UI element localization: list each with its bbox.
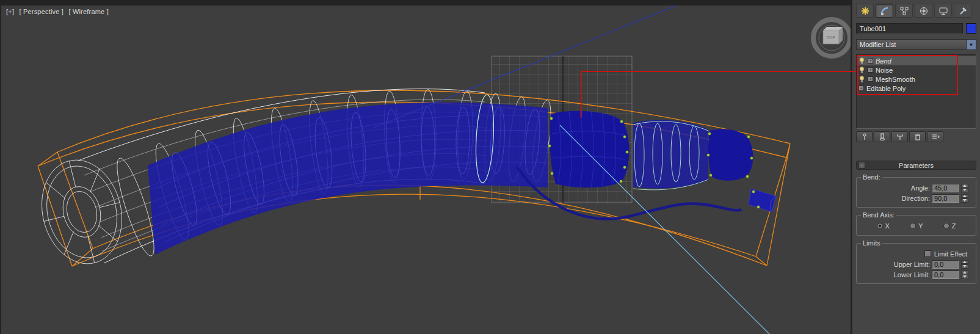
stack-item-noise[interactable]: + Noise xyxy=(857,65,976,74)
expand-box-icon[interactable]: + xyxy=(868,58,873,64)
spinner-up-icon[interactable] xyxy=(961,184,968,188)
modifier-list-label: Modifier List xyxy=(857,40,966,49)
radio-icon[interactable] xyxy=(877,223,883,229)
show-end-result-button[interactable] xyxy=(874,131,890,142)
spinner-up-icon[interactable] xyxy=(961,270,968,275)
display-icon xyxy=(938,6,948,16)
annotation-connector xyxy=(851,71,856,72)
direction-label: Direction: xyxy=(902,195,930,202)
bend-axis-group-label: Bend Axis: xyxy=(861,211,896,219)
lower-limit-field[interactable]: 0,0 xyxy=(932,270,959,279)
expand-box-icon[interactable]: + xyxy=(868,67,873,73)
tab-motion[interactable] xyxy=(915,4,932,18)
spinner-up-icon[interactable] xyxy=(961,260,968,264)
stack-item-meshsmooth[interactable]: + MeshSmooth xyxy=(857,74,976,84)
upper-limit-spinner[interactable] xyxy=(961,260,968,269)
stack-toolbar xyxy=(856,131,976,142)
viewport-label: [+] [ Perspective ] [ Wireframe ] xyxy=(6,8,112,15)
tab-hierarchy[interactable] xyxy=(895,4,913,18)
tab-display[interactable] xyxy=(934,4,952,18)
parameters-rollout-header[interactable]: - Parameters xyxy=(856,161,976,170)
pin-stack-icon xyxy=(860,133,869,140)
upper-limit-field[interactable]: 0,0 xyxy=(932,260,959,269)
stack-item-bend[interactable]: + Bend xyxy=(857,56,976,65)
lightbulb-icon[interactable] xyxy=(858,57,865,65)
command-panel: Tube001 Modifier List ▼ + Bend + Noise +… xyxy=(852,0,980,334)
create-icon xyxy=(860,6,870,16)
expand-box-icon[interactable]: + xyxy=(868,76,873,82)
tab-create[interactable] xyxy=(856,4,874,18)
spinner-down-icon[interactable] xyxy=(961,198,968,203)
viewport-canvas[interactable]: [+] [ Perspective ] [ Wireframe ] xyxy=(1,5,851,334)
axis-z-radio[interactable]: Z xyxy=(943,222,956,230)
lightbulb-icon[interactable] xyxy=(858,67,865,74)
direction-spinner[interactable] xyxy=(961,194,968,203)
expand-box-icon[interactable]: + xyxy=(858,85,864,91)
modifier-stack: + Bend + Noise + MeshSmooth + Editable P… xyxy=(856,54,976,129)
axis-y-radio[interactable]: Y xyxy=(910,222,923,230)
tab-utilities[interactable] xyxy=(954,4,971,18)
axis-x-radio[interactable]: X xyxy=(877,222,890,230)
lower-limit-spinner[interactable] xyxy=(961,270,968,279)
show-end-result-icon xyxy=(878,133,887,140)
spinner-down-icon[interactable] xyxy=(961,275,968,279)
remove-modifier-icon xyxy=(913,133,922,140)
radio-icon[interactable] xyxy=(910,223,916,229)
object-color-swatch[interactable] xyxy=(966,23,976,34)
viewport-scene: TOP xyxy=(1,5,851,334)
limits-group: Limits Limit Effect Upper Limit: 0,0 Low… xyxy=(856,243,976,284)
angle-label: Angle: xyxy=(911,184,930,192)
spinner-down-icon[interactable] xyxy=(961,264,968,269)
blue-mesh-tube xyxy=(148,103,548,255)
upper-limit-label: Upper Limit: xyxy=(894,261,930,268)
bend-axis-group: Bend Axis: X Y Z xyxy=(856,215,976,236)
angle-spinner[interactable] xyxy=(961,184,968,192)
viewport-general-menu[interactable]: [+] xyxy=(6,8,14,15)
remove-modifier-button[interactable] xyxy=(909,131,926,142)
command-panel-tabs xyxy=(856,4,976,18)
limit-effect-checkbox[interactable] xyxy=(924,250,931,257)
pin-stack-button[interactable] xyxy=(856,131,873,142)
hierarchy-icon xyxy=(899,6,909,16)
collapse-icon[interactable]: - xyxy=(858,162,865,169)
radio-icon[interactable] xyxy=(943,223,949,229)
modifier-list-dropdown[interactable]: Modifier List ▼ xyxy=(856,39,976,50)
viewcube-widget[interactable]: TOP xyxy=(813,20,850,56)
make-unique-button[interactable] xyxy=(891,131,908,142)
motion-icon xyxy=(919,6,929,16)
configure-modifier-sets-button[interactable] xyxy=(927,131,943,142)
bend-group-label: Bend: xyxy=(861,173,882,181)
lightbulb-icon[interactable] xyxy=(858,76,865,83)
parameters-rollout: - Parameters Bend: Angle: 45,0 Direction… xyxy=(856,161,976,284)
spinner-up-icon[interactable] xyxy=(961,194,968,198)
modify-icon xyxy=(880,6,890,16)
limits-group-label: Limits xyxy=(861,239,882,247)
bend-group: Bend: Angle: 45,0 Direction: 90,0 xyxy=(856,177,976,208)
viewport-pov-menu[interactable]: [ Perspective ] xyxy=(19,8,64,15)
make-unique-icon xyxy=(896,133,904,140)
spinner-down-icon[interactable] xyxy=(961,188,968,192)
stack-item-editable-poly[interactable]: + Editable Poly xyxy=(857,84,976,93)
utilities-icon xyxy=(958,6,968,16)
tab-modify[interactable] xyxy=(876,4,893,18)
configure-modifier-sets-icon xyxy=(931,133,940,140)
angle-field[interactable]: 45,0 xyxy=(932,184,959,192)
chevron-down-icon: ▼ xyxy=(966,40,976,49)
limit-effect-label: Limit Effect xyxy=(934,250,967,258)
viewport-shading-menu[interactable]: [ Wireframe ] xyxy=(68,8,109,15)
object-name-field[interactable]: Tube001 xyxy=(856,23,963,34)
viewcube-top-label: TOP xyxy=(827,35,836,40)
rollout-title: Parameters xyxy=(857,162,976,169)
lower-limit-label: Lower Limit: xyxy=(894,271,930,278)
direction-field[interactable]: 90,0 xyxy=(932,194,959,203)
